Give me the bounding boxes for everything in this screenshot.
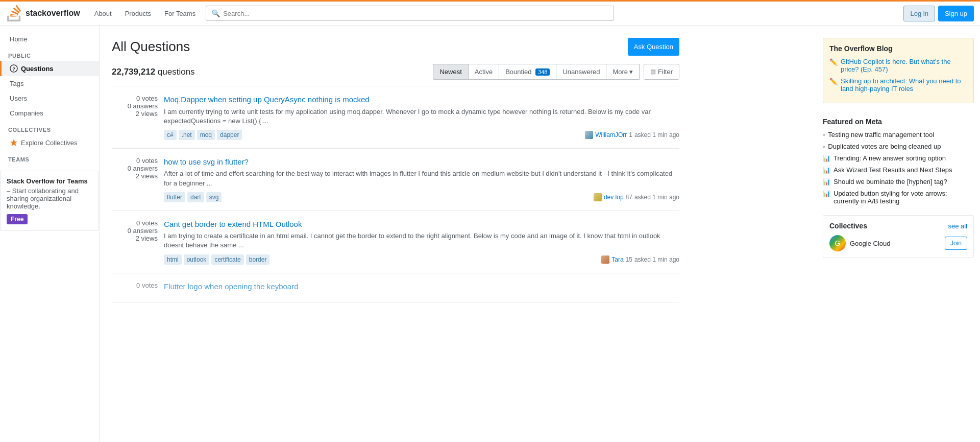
filter-tabs: Newest Active Bountied 348 Unanswered Mo… — [433, 64, 640, 80]
logo[interactable]: stackoverflow — [6, 5, 80, 21]
sidebar-item-questions[interactable]: ? Questions — [0, 61, 99, 76]
teams-promo-title: Stack Overflow for Teams — [7, 177, 92, 185]
user-link[interactable]: WilliamJOrr — [595, 131, 627, 138]
list-item: 📊 Ask Wizard Test Results and Next Steps — [823, 166, 974, 174]
pencil-icon: ✏️ — [829, 58, 838, 66]
question-time: asked 1 min ago — [634, 194, 679, 201]
free-badge: Free — [7, 214, 28, 224]
nav-about[interactable]: About — [88, 6, 118, 21]
navbar: stackoverflow About Products For Teams 🔍… — [0, 0, 980, 26]
meta-link[interactable]: Testing new traffic management tool — [828, 131, 934, 138]
meta-link[interactable]: Duplicated votes are being cleaned up — [828, 143, 941, 150]
meta-link[interactable]: Updated button styling for vote arrows: … — [834, 190, 974, 205]
table-row: 0 votes Flutter logo when opening the ke… — [112, 273, 679, 303]
tag[interactable]: c# — [164, 130, 177, 140]
list-item: 📊 Should we burninate the [hyphen] tag? — [823, 178, 974, 185]
sidebar-section-teams: TEAMS — [0, 150, 99, 165]
overflow-blog-box: The Overflow Blog ✏️ GitHub Copilot is h… — [823, 38, 974, 103]
layout: Home PUBLIC ? Questions Tags Users Compa… — [0, 26, 980, 315]
question-title[interactable]: how to use svg in flutter? — [164, 157, 679, 167]
question-footer: html outlook certificate border Tara 15 … — [164, 254, 679, 265]
collectives-title: Collectives — [829, 222, 867, 230]
user-rep: 87 — [626, 194, 632, 201]
user-link[interactable]: dev lop — [604, 194, 624, 201]
tag[interactable]: svg — [206, 192, 222, 202]
list-item: ▫️ Duplicated votes are being cleaned up — [823, 143, 974, 150]
ask-question-button[interactable]: Ask Question — [628, 38, 679, 56]
filter-tab-active[interactable]: Active — [468, 64, 499, 80]
filter-tab-unanswered[interactable]: Unanswered — [556, 64, 606, 80]
question-title[interactable]: Flutter logo when opening the keyboard — [164, 282, 679, 292]
tag-list: html outlook certificate border — [164, 254, 270, 265]
filter-tab-newest[interactable]: Newest — [433, 64, 468, 80]
user-link[interactable]: Tara — [611, 256, 623, 263]
search-bar: 🔍 — [206, 6, 614, 21]
question-body: Cant get border to extend HTML Outlook I… — [164, 219, 679, 265]
teams-promo: Stack Overflow for Teams – Start collabo… — [0, 171, 99, 231]
svg-marker-2 — [10, 139, 17, 146]
logo-text: stackoverflow — [26, 9, 80, 18]
user-rep: 15 — [626, 256, 632, 263]
question-body: how to use svg in flutter? After a lot o… — [164, 157, 679, 202]
trending-icon: 📊 — [823, 167, 830, 174]
see-all-link[interactable]: see all — [948, 222, 967, 230]
list-item: 📊 Updated button styling for vote arrows… — [823, 190, 974, 205]
filter-tab-more[interactable]: More ▾ — [606, 64, 640, 80]
blog-link[interactable]: Skilling up to architect: What you need … — [841, 77, 967, 92]
featured-meta-box: Featured on Meta ▫️ Testing new traffic … — [823, 111, 974, 215]
question-count: 22,739,212 questions — [112, 67, 195, 77]
login-button[interactable]: Log in — [903, 6, 935, 21]
trending-icon: 📊 — [823, 190, 830, 197]
search-input[interactable] — [223, 10, 608, 17]
blog-link[interactable]: GitHub Copilot is here. But what's the p… — [841, 58, 967, 73]
question-title[interactable]: Cant get border to extend HTML Outlook — [164, 219, 679, 229]
question-stats: 0 votes 0 answers 2 views — [112, 157, 158, 202]
teams-promo-desc: – Start collaborating and sharing organi… — [7, 187, 92, 210]
signup-button[interactable]: Sign up — [938, 6, 974, 21]
user-rep: 1 — [629, 131, 632, 138]
sidebar-item-companies[interactable]: Companies — [0, 106, 99, 121]
nav-products[interactable]: Products — [119, 6, 157, 21]
page-title: All Questions — [112, 39, 190, 55]
question-excerpt: After a lot of time and effort searching… — [164, 169, 679, 188]
star-icon — [10, 138, 18, 147]
tag[interactable]: border — [246, 254, 270, 265]
question-stats: 0 votes 0 answers 2 views — [112, 95, 158, 140]
table-row: 0 votes 0 answers 2 views Cant get borde… — [112, 211, 679, 273]
tag[interactable]: moq — [197, 130, 215, 140]
tag[interactable]: certificate — [211, 254, 243, 265]
question-stats: 0 votes — [112, 282, 158, 294]
tag[interactable]: html — [164, 254, 182, 265]
meta-title: Featured on Meta — [823, 118, 974, 126]
question-title[interactable]: Moq.Dapper when setting up QueryAsync no… — [164, 95, 679, 105]
sidebar-item-tags[interactable]: Tags — [0, 76, 99, 91]
nav-actions: Log in Sign up — [903, 6, 974, 21]
list-item: ✏️ GitHub Copilot is here. But what's th… — [829, 58, 967, 73]
meta-link[interactable]: Should we burninate the [hyphen] tag? — [834, 178, 947, 185]
tag[interactable]: flutter — [164, 192, 185, 202]
sidebar-section-collectives: COLLECTIVES — [0, 121, 99, 135]
sidebar-item-users[interactable]: Users — [0, 91, 99, 106]
question-time: asked 1 min ago — [634, 131, 679, 138]
filter-tab-bountied[interactable]: Bountied 348 — [499, 64, 556, 80]
question-stats: 0 votes 0 answers 2 views — [112, 219, 158, 265]
tag[interactable]: dapper — [217, 130, 242, 140]
trending-icon: 📊 — [823, 178, 830, 185]
avatar — [594, 193, 602, 201]
tag[interactable]: outlook — [184, 254, 210, 265]
tag[interactable]: dart — [187, 192, 204, 202]
avatar — [601, 255, 609, 264]
sidebar-item-home[interactable]: Home — [0, 32, 99, 46]
meta-link[interactable]: Trending: A new answer sorting option — [834, 154, 946, 162]
question-body: Moq.Dapper when setting up QueryAsync no… — [164, 95, 679, 140]
meta-link[interactable]: Ask Wizard Test Results and Next Steps — [834, 166, 952, 174]
filter-button[interactable]: ⊟ Filter — [644, 64, 679, 80]
join-collective-button[interactable]: Join — [945, 237, 967, 250]
sidebar-item-explore-collectives[interactable]: Explore Collectives — [0, 135, 99, 150]
tag[interactable]: .net — [179, 130, 195, 140]
questions-icon: ? — [10, 64, 18, 73]
question-meta: Tara 15 asked 1 min ago — [601, 255, 679, 264]
question-body: Flutter logo when opening the keyboard — [164, 282, 679, 294]
list-item: G Google Cloud Join — [829, 235, 967, 251]
nav-for-teams[interactable]: For Teams — [158, 6, 202, 21]
